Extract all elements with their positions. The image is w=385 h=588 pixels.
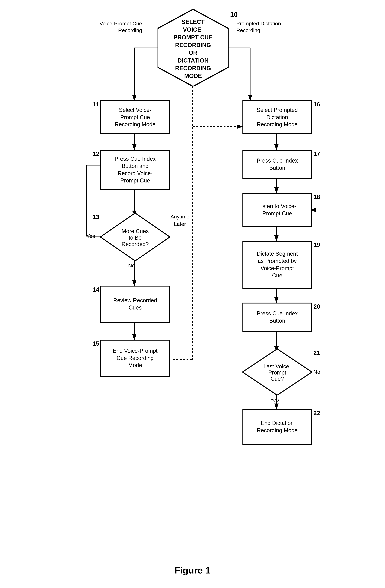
svg-text:More Cues: More Cues	[122, 228, 149, 234]
diagram-container: SELECT VOICE- PROMPT CUE RECORDING OR DI…	[0, 0, 385, 588]
num-12: 12	[93, 150, 99, 157]
node-18: Listen to Voice-Prompt Cue	[242, 193, 312, 227]
node-17: Press Cue IndexButton	[242, 150, 312, 179]
num-15: 15	[93, 340, 99, 347]
num-13: 13	[93, 214, 99, 220]
node-15: End Voice-PromptCue RecordingMode	[100, 340, 170, 377]
label-voice-prompt: Voice-Prompt Cue Recording	[86, 20, 142, 34]
svg-text:MODE: MODE	[184, 73, 202, 79]
num-11: 11	[93, 101, 99, 108]
num-17: 17	[314, 150, 320, 157]
label-prompted-dictation: Prompted Dictation Recording	[236, 20, 287, 34]
svg-text:Last Voice-: Last Voice-	[263, 363, 291, 370]
node-22: End DictationRecording Mode	[242, 409, 312, 445]
node-16: Select PromptedDictationRecording Mode	[242, 100, 312, 134]
svg-text:VOICE-: VOICE-	[183, 26, 203, 33]
label-anytime-later: AnytimeLater	[170, 213, 190, 228]
svg-text:Cue?: Cue?	[271, 376, 284, 382]
svg-text:RECORDING: RECORDING	[175, 65, 211, 71]
svg-text:DICTATION: DICTATION	[177, 57, 209, 64]
svg-text:to Be: to Be	[129, 234, 142, 241]
svg-text:Prompt: Prompt	[268, 369, 286, 376]
node-12: Press Cue IndexButton andRecord Voice-Pr…	[100, 150, 170, 190]
label-no-21: No	[314, 369, 320, 375]
svg-text:PROMPT CUE: PROMPT CUE	[173, 34, 213, 41]
label-no-13: No	[128, 262, 135, 269]
flowchart-arrows	[0, 0, 385, 588]
num-18: 18	[314, 194, 320, 200]
label-yes-13: Yes	[86, 233, 95, 239]
svg-text:Recorded?: Recorded?	[122, 241, 149, 247]
node-13: More Cues to Be Recorded?	[100, 213, 170, 261]
num-21: 21	[314, 350, 320, 356]
num-22: 22	[314, 410, 320, 417]
num-20: 20	[314, 303, 320, 310]
svg-text:OR: OR	[189, 50, 197, 56]
node-14: Review RecordedCues	[100, 286, 170, 323]
svg-text:SELECT: SELECT	[181, 19, 205, 25]
node-19: Dictate Segmentas Prompted byVoice-Promp…	[242, 241, 312, 289]
num-14: 14	[93, 286, 99, 293]
node-21: Last Voice- Prompt Cue?	[242, 349, 312, 395]
num-16: 16	[314, 101, 320, 108]
figure-caption: Figure 1	[0, 565, 385, 576]
node-start: SELECT VOICE- PROMPT CUE RECORDING OR DI…	[157, 9, 229, 86]
num-start: 10	[230, 11, 238, 19]
node-20: Press Cue IndexButton	[242, 303, 312, 332]
svg-text:RECORDING: RECORDING	[175, 42, 211, 48]
num-19: 19	[314, 242, 320, 248]
node-11: Select Voice-Prompt CueRecording Mode	[100, 100, 170, 134]
label-yes-21: Yes	[270, 397, 279, 403]
